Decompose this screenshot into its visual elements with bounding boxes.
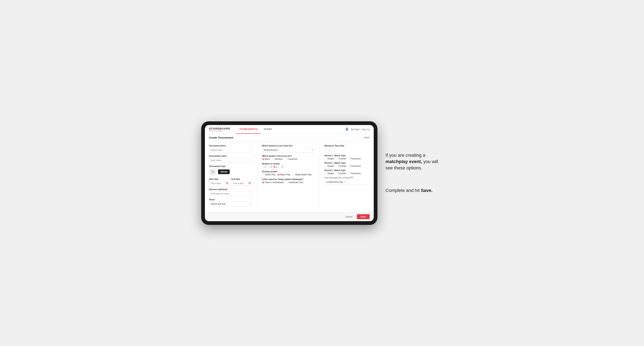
- gender-womens-radio[interactable]: [272, 158, 274, 160]
- logo-text: SCOREBOARD: [209, 127, 230, 130]
- annotation-bottom-text: Complete and hit: [386, 188, 421, 193]
- round-1[interactable]: 1: [262, 166, 266, 168]
- scoring-stroke-radio[interactable]: [262, 173, 264, 176]
- round-4-label: 4: [282, 166, 283, 168]
- round3-fourball[interactable]: Fourball: [336, 172, 346, 174]
- division-label: Which division is the event for?: [262, 145, 314, 147]
- sponsor-input[interactable]: [209, 191, 252, 196]
- max-team-size-input[interactable]: [324, 148, 335, 152]
- scoring-radio-group: Stroke Play Match Play Medal Match Play: [262, 173, 314, 176]
- round2-options: Singles Fourball Foursomes: [324, 165, 370, 167]
- round2-singles-label: Singles: [328, 165, 334, 167]
- page-content: Create Tournament ‹ Back Tournament Host…: [205, 134, 374, 221]
- tablet-frame: SCOREBOARD Powered by clippit TOURNAMENT…: [201, 121, 378, 225]
- cancel-button[interactable]: Cancel: [342, 214, 355, 219]
- start-date-group: Start date 📅: [209, 178, 230, 186]
- teams-label: Is this event for Teams and/or Individua…: [262, 178, 314, 180]
- teams-individuals-radio[interactable]: [286, 181, 288, 183]
- teams-teams-label: Teams (+Individuals): [265, 181, 284, 183]
- round2-foursomes[interactable]: Foursomes: [348, 165, 360, 167]
- division-select[interactable]: NCAA Division I: [262, 148, 314, 153]
- round-2-radio[interactable]: [268, 166, 270, 168]
- tournament-host-input[interactable]: [209, 148, 252, 153]
- header-right: 👤 Test User | Sign out: [345, 127, 370, 131]
- save-button[interactable]: Save: [357, 214, 370, 219]
- teams-teams-radio[interactable]: [262, 181, 264, 183]
- scoring-medal[interactable]: Medal Match Play: [292, 173, 312, 176]
- round2-fourball-label: Fourball: [338, 165, 346, 167]
- round3-label: Round 3 - Match Type: [324, 169, 370, 172]
- round2-singles[interactable]: Singles: [324, 165, 334, 167]
- gender-womens[interactable]: Womens: [272, 158, 283, 160]
- teams-individuals[interactable]: Individuals Only: [286, 181, 303, 183]
- calendar-icon-end: 📅: [248, 182, 251, 184]
- round1-foursomes-radio[interactable]: [348, 158, 350, 160]
- round3-options: Singles Fourball Foursomes: [324, 172, 370, 174]
- back-button[interactable]: ‹ Back: [363, 136, 370, 139]
- end-date-group: End date 📅: [232, 178, 252, 186]
- round1-foursomes-label: Foursomes: [350, 158, 360, 160]
- round2-foursomes-radio[interactable]: [348, 165, 350, 167]
- form-footer: Cancel Save: [205, 212, 374, 221]
- avatar: 👤: [345, 127, 349, 131]
- scoring-match-radio[interactable]: [278, 173, 280, 176]
- round2-fourball[interactable]: Fourball: [336, 165, 346, 167]
- tab-tournaments[interactable]: TOURNAMENTS: [236, 125, 261, 134]
- round3-fourball-radio[interactable]: [336, 172, 338, 174]
- round1-foursomes[interactable]: Foursomes: [348, 158, 360, 160]
- gender-combined[interactable]: Combined: [285, 158, 297, 160]
- api-tag-close[interactable]: ✕: [344, 181, 346, 183]
- round3-foursomes-radio[interactable]: [348, 172, 350, 174]
- api-tag: Leaderboard King ✕: [324, 180, 370, 184]
- round2-fourball-radio[interactable]: [336, 165, 338, 167]
- annotation-top-bold: matchplay event,: [386, 159, 422, 164]
- teams-teams[interactable]: Teams (+Individuals): [262, 181, 284, 183]
- form-col-mid: Which division is the event for? NCAA Di…: [262, 145, 314, 209]
- end-date-label: End date: [232, 178, 252, 180]
- sign-out-link[interactable]: Sign out: [362, 128, 370, 131]
- tournament-name-group: Tournament name: [209, 155, 252, 163]
- upload-button[interactable]: Upload: [218, 170, 230, 174]
- scoring-match[interactable]: Match Play: [278, 173, 290, 176]
- col-separator-2: [320, 145, 320, 209]
- annotations: If you are creating a matchplay event, y…: [386, 152, 443, 194]
- date-row: Start date 📅 End date 📅: [209, 178, 252, 186]
- start-date-wrap: 📅: [209, 181, 230, 186]
- round1-match-type: Round 1 - Match Type Singles Fourball: [324, 155, 370, 160]
- venue-label: Venue: [209, 198, 252, 201]
- round1-fourball[interactable]: Fourball: [336, 158, 346, 160]
- round-4[interactable]: 4: [279, 166, 283, 168]
- round-1-radio[interactable]: [262, 166, 264, 168]
- round1-singles-label: Singles: [328, 158, 334, 160]
- round1-singles-radio[interactable]: [324, 158, 327, 160]
- round3-singles[interactable]: Singles: [324, 172, 334, 174]
- gender-combined-label: Combined: [288, 158, 297, 160]
- round3-foursomes[interactable]: Foursomes: [348, 172, 360, 174]
- round-2[interactable]: 2: [268, 166, 272, 168]
- gender-combined-radio[interactable]: [285, 158, 287, 160]
- form-col-left: Tournament Host Tournament name Tourname…: [209, 145, 252, 209]
- header-left: SCOREBOARD Powered by clippit TOURNAMENT…: [209, 125, 275, 134]
- scoring-group: Scoring system Stroke Play Match Play: [262, 171, 314, 176]
- round-4-radio[interactable]: [279, 166, 281, 168]
- venue-select[interactable]: Search golf club: [209, 201, 252, 206]
- tournament-name-input[interactable]: [209, 158, 252, 163]
- round1-fourball-radio[interactable]: [336, 158, 338, 160]
- app-header: SCOREBOARD Powered by clippit TOURNAMENT…: [205, 125, 374, 134]
- tournament-logo-label: Tournament logo: [209, 165, 252, 167]
- create-bar: Create Tournament ‹ Back: [205, 134, 374, 141]
- round-3-radio[interactable]: [273, 166, 276, 168]
- logo-area: SCOREBOARD Powered by clippit: [209, 127, 230, 132]
- round-3[interactable]: 3: [273, 166, 278, 168]
- round1-singles[interactable]: Singles: [324, 158, 334, 160]
- round2-foursomes-label: Foursomes: [350, 165, 360, 167]
- max-team-size-label: Maximum Team Size: [324, 145, 370, 147]
- scoring-stroke[interactable]: Stroke Play: [262, 173, 276, 176]
- round2-singles-radio[interactable]: [324, 165, 327, 167]
- scoring-medal-radio[interactable]: [292, 173, 295, 176]
- gender-mens[interactable]: Mens: [262, 158, 270, 160]
- gender-mens-radio[interactable]: [262, 158, 264, 160]
- tab-teams[interactable]: TEAMS: [261, 125, 275, 134]
- gender-mens-label: Mens: [265, 158, 270, 160]
- round3-singles-radio[interactable]: [324, 172, 327, 174]
